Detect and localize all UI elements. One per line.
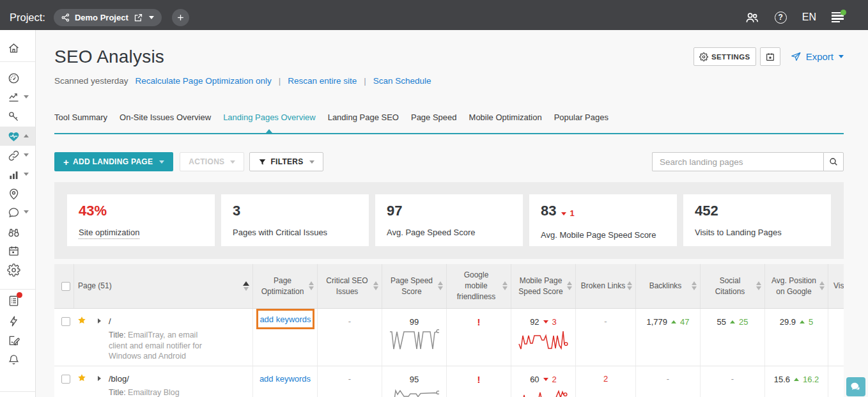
scan-schedule-link[interactable]: Scan Schedule bbox=[373, 76, 431, 86]
sort-icon[interactable] bbox=[756, 281, 761, 290]
sort-icon[interactable] bbox=[243, 281, 249, 291]
tab-page-speed[interactable]: Page Speed bbox=[411, 113, 457, 133]
cell-mobile-friendliness: ! bbox=[447, 309, 511, 366]
star-icon[interactable] bbox=[77, 373, 87, 383]
stat-value: 83 bbox=[541, 203, 556, 219]
sidebar-item-links[interactable] bbox=[0, 146, 35, 165]
column-header-critical-issues[interactable]: Critical SEO Issues bbox=[318, 264, 382, 308]
warning-exclamation[interactable]: ! bbox=[477, 374, 481, 385]
position-value: 15.6 bbox=[774, 375, 790, 384]
notification-dot bbox=[17, 292, 22, 298]
rescan-link[interactable]: Rescan entire site bbox=[288, 76, 357, 86]
menu-icon[interactable] bbox=[832, 12, 844, 23]
settings-button[interactable]: SETTINGS bbox=[694, 47, 756, 66]
sidebar-item-competitors[interactable] bbox=[0, 222, 35, 242]
language-switcher[interactable]: EN bbox=[802, 12, 816, 23]
search-button[interactable] bbox=[823, 152, 844, 171]
tab-mobile-optimization[interactable]: Mobile Optimization bbox=[469, 113, 542, 133]
sidebar-item-rankings[interactable] bbox=[0, 88, 35, 107]
sidebar-item-local[interactable] bbox=[0, 184, 35, 203]
schedule-button[interactable] bbox=[760, 47, 780, 66]
sidebar-item-home[interactable] bbox=[0, 38, 35, 58]
sort-icon[interactable] bbox=[438, 281, 443, 290]
actions-button[interactable]: ACTIONS bbox=[180, 152, 244, 171]
expand-row-icon[interactable] bbox=[98, 376, 101, 381]
sidebar-item-planner[interactable] bbox=[0, 241, 35, 260]
tab-tool-summary[interactable]: Tool Summary bbox=[54, 113, 107, 133]
settings-label: SETTINGS bbox=[711, 53, 750, 61]
sidebar-item-notes[interactable] bbox=[0, 331, 35, 350]
actions-label: ACTIONS bbox=[189, 157, 224, 166]
sort-icon[interactable] bbox=[692, 281, 697, 290]
column-header-mobile-speed[interactable]: Mobile Page Speed Score bbox=[511, 264, 576, 308]
export-button[interactable]: Export bbox=[791, 51, 844, 62]
sort-icon[interactable] bbox=[309, 281, 314, 290]
add-project-button[interactable] bbox=[172, 9, 189, 26]
column-header-page-speed[interactable]: Page Speed Score bbox=[382, 264, 447, 308]
project-selector[interactable]: Demo Project bbox=[54, 9, 162, 26]
sort-icon[interactable] bbox=[819, 281, 825, 290]
star-icon[interactable] bbox=[77, 315, 87, 325]
row-checkbox[interactable] bbox=[61, 317, 70, 326]
tab-landing-pages-overview[interactable]: Landing Pages Overview bbox=[223, 113, 316, 133]
sidebar-item-alerts[interactable] bbox=[0, 350, 35, 369]
column-header-visits[interactable]: Vis bbox=[828, 264, 844, 308]
add-keywords-link[interactable]: add keywords bbox=[260, 374, 311, 384]
binoculars-icon bbox=[7, 226, 20, 239]
cell-page: / Title: EmailTray, an email client and … bbox=[54, 309, 253, 366]
column-header-broken-links[interactable]: Broken Links bbox=[576, 264, 636, 308]
row-checkbox[interactable] bbox=[61, 375, 70, 384]
tab-popular-pages[interactable]: Popular Pages bbox=[554, 113, 608, 133]
add-keywords-link[interactable]: add keywords bbox=[260, 315, 311, 324]
sidebar-item-reports[interactable] bbox=[0, 291, 35, 310]
expand-row-icon[interactable] bbox=[98, 318, 101, 323]
chevron-up-icon bbox=[24, 134, 29, 137]
column-label: Vis bbox=[833, 281, 844, 292]
page-url[interactable]: / bbox=[109, 316, 111, 326]
select-all-checkbox[interactable] bbox=[61, 282, 70, 291]
tab-landing-page-seo[interactable]: Landing Page SEO bbox=[328, 113, 399, 133]
recalculate-link[interactable]: Recalculate Page Optimization only bbox=[136, 76, 272, 86]
mobile-speed-delta: 3 bbox=[552, 317, 557, 327]
chevron-down-icon bbox=[24, 173, 29, 176]
heart-pulse-icon bbox=[7, 130, 20, 143]
column-header-page[interactable]: Page (51) bbox=[54, 264, 253, 308]
chevron-down-icon bbox=[24, 95, 29, 98]
column-header-avg-position[interactable]: Avg. Position on Google bbox=[765, 264, 828, 308]
sort-icon[interactable] bbox=[567, 281, 572, 290]
sidebar-item-traffic[interactable] bbox=[0, 165, 35, 184]
stat-label: Avg. Page Speed Score bbox=[387, 228, 476, 237]
column-header-backlinks[interactable]: Backlinks bbox=[636, 264, 701, 308]
add-landing-page-button[interactable]: + ADD LANDING PAGE bbox=[54, 152, 173, 171]
chat-widget-button[interactable] bbox=[846, 377, 865, 396]
cell-mobile-friendliness: ! bbox=[447, 366, 511, 397]
sidebar-item-dashboard[interactable] bbox=[0, 68, 35, 88]
help-icon[interactable]: ? bbox=[775, 12, 787, 24]
sidebar-item-quick-scan[interactable] bbox=[0, 311, 35, 331]
column-label: Page Speed Score bbox=[386, 276, 437, 297]
stat-label[interactable]: Site optimization bbox=[79, 228, 139, 239]
sidebar-item-keywords[interactable] bbox=[0, 107, 35, 126]
users-icon[interactable] bbox=[745, 10, 759, 25]
column-header-mobile-friendliness[interactable]: Google mobile friendliness bbox=[447, 264, 511, 308]
sort-icon[interactable] bbox=[502, 281, 508, 290]
sidebar-item-settings[interactable] bbox=[0, 260, 35, 279]
warning-exclamation[interactable]: ! bbox=[477, 316, 481, 327]
cell-backlinks: - bbox=[636, 366, 701, 397]
table-header: Page (51) Page Optimization Critical SEO… bbox=[54, 264, 844, 309]
arrow-down-icon bbox=[543, 320, 548, 323]
sidebar-item-seo-analysis[interactable] bbox=[0, 127, 35, 146]
cell-page: /blog/ Title: Emailtray Blog bbox=[54, 366, 253, 397]
page-url[interactable]: /blog/ bbox=[109, 374, 129, 384]
social-delta: 25 bbox=[739, 317, 748, 327]
column-header-social-citations[interactable]: Social Citations bbox=[701, 264, 765, 308]
sidebar-item-social[interactable] bbox=[0, 203, 35, 222]
tab-onsite-issues[interactable]: On-Site Issues Overview bbox=[120, 113, 211, 133]
filters-button[interactable]: FILTERS bbox=[249, 152, 323, 171]
external-link-icon[interactable] bbox=[134, 13, 143, 22]
search-input[interactable] bbox=[652, 152, 823, 171]
sort-icon[interactable] bbox=[373, 281, 378, 290]
column-header-page-optimization[interactable]: Page Optimization bbox=[253, 264, 318, 308]
sort-icon[interactable] bbox=[627, 281, 632, 290]
stat-delta: 1 bbox=[570, 205, 574, 222]
